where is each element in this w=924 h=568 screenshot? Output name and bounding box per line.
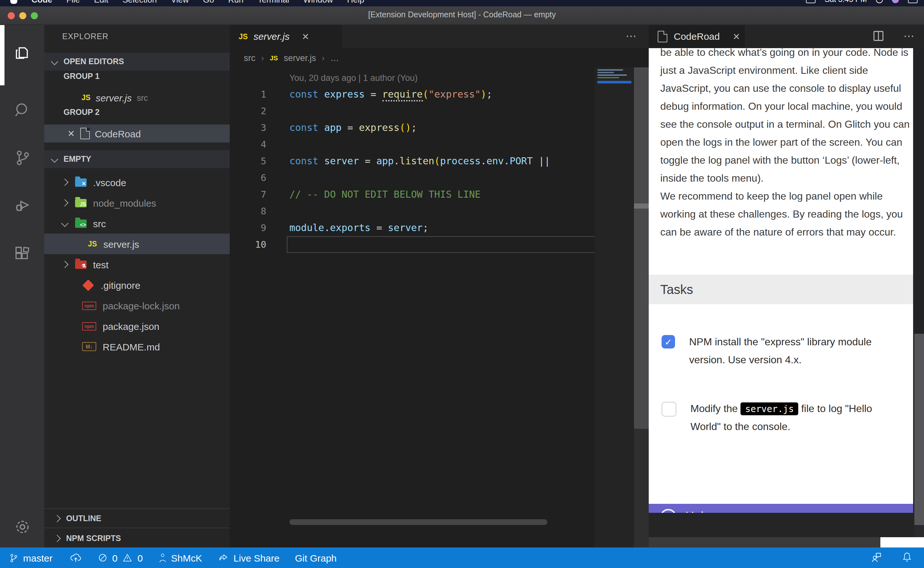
tab-coderoad[interactable]: CodeRoad ✕ xyxy=(649,24,745,48)
tree-item-package.json[interactable]: npmpackage.json xyxy=(44,316,230,336)
task-item: Modify the server.js file to log "Hello … xyxy=(662,400,901,436)
tree-item-src[interactable]: <>src xyxy=(44,213,230,234)
task-text: Modify the server.js file to log "Hello … xyxy=(690,400,901,436)
explorer-icon[interactable] xyxy=(0,30,44,76)
breadcrumb-src[interactable]: src xyxy=(244,53,255,63)
task-checkbox-checked[interactable]: ✓ xyxy=(662,335,675,349)
workspace-section-header[interactable]: EMPTY xyxy=(44,150,230,168)
line-number: 8 xyxy=(230,206,266,216)
menu-item-code[interactable]: Code xyxy=(32,0,52,5)
run-debug-icon[interactable] xyxy=(0,182,44,228)
publish-changes-icon[interactable] xyxy=(69,553,82,563)
tree-item-node_modules[interactable]: JSnode_modules xyxy=(44,193,230,213)
code-line-7[interactable]: 7// -- DO NOT EDIT BELOW THIS LINE xyxy=(230,186,595,203)
menu-item-help[interactable]: Help xyxy=(347,0,365,5)
line-number: 6 xyxy=(230,173,266,183)
task-checkbox-unchecked[interactable] xyxy=(662,402,676,417)
control-center-icon[interactable] xyxy=(908,0,918,3)
feedback-icon[interactable] xyxy=(870,551,882,565)
live-share-button[interactable]: Live Share xyxy=(217,552,279,563)
open-editor-item-coderoad[interactable]: ✕CodeRoad xyxy=(44,124,230,142)
code-text: const app = express(); xyxy=(266,122,417,133)
scrollbar-thumb[interactable] xyxy=(914,334,924,525)
line-number: 4 xyxy=(230,139,266,150)
coderoad-webview: be able to check what’s going on in your… xyxy=(649,48,913,513)
menu-item-selection[interactable]: Selection xyxy=(122,0,157,5)
search-icon[interactable] xyxy=(0,87,44,133)
menu-item-go[interactable]: Go xyxy=(203,0,214,5)
breadcrumb-symbol[interactable]: … xyxy=(330,53,339,63)
markdown-icon: M↓ xyxy=(82,342,96,351)
tree-item-server.js[interactable]: JSserver.js xyxy=(44,234,230,254)
editor-vertical-scrollbar[interactable] xyxy=(634,67,649,429)
minimap-column[interactable] xyxy=(595,67,634,547)
vscode-folder-icon: ✕ xyxy=(75,178,87,186)
open-editors-section-header[interactable]: OPEN EDITORS xyxy=(44,53,230,71)
tree-item-label: node_modules xyxy=(93,197,156,208)
close-editor-icon[interactable]: ✕ xyxy=(67,128,75,139)
code-line-10[interactable]: 10 xyxy=(230,236,595,253)
menu-item-run[interactable]: Run xyxy=(228,0,244,5)
notifications-bell-icon[interactable] xyxy=(901,551,912,565)
panel-bottom-corner xyxy=(880,537,924,547)
tree-item-test[interactable]: ⚗test xyxy=(44,254,230,275)
outline-section-header[interactable]: OUTLINE xyxy=(44,508,230,528)
source-control-icon[interactable] xyxy=(0,135,44,181)
tree-item-label: server.js xyxy=(103,239,139,249)
battery-icon[interactable] xyxy=(806,0,815,3)
code-line-1[interactable]: 1const express = require("express"); xyxy=(230,86,595,103)
panel-scrollbar[interactable] xyxy=(914,48,924,537)
menu-item-edit[interactable]: Edit xyxy=(94,0,109,5)
code-text: // -- DO NOT EDIT BELOW THIS LINE xyxy=(266,189,481,200)
code-line-2[interactable]: 2 xyxy=(230,103,595,119)
breadcrumb[interactable]: src › JS server.js › … xyxy=(244,48,339,67)
close-tab-icon[interactable]: ✕ xyxy=(733,31,740,41)
menu-clock[interactable]: Sat 3:45 PM xyxy=(825,0,867,4)
spotlight-icon[interactable] xyxy=(876,0,883,3)
code-line-6[interactable]: 6 xyxy=(230,169,595,186)
tree-item-readme.md[interactable]: M↓README.md xyxy=(44,336,230,357)
problems-status[interactable]: 0 0 xyxy=(98,552,143,563)
tree-item-label: package-lock.json xyxy=(102,300,180,311)
menu-item-terminal[interactable]: Terminal xyxy=(258,0,289,5)
settings-gear-icon[interactable] xyxy=(0,518,44,536)
code-editor[interactable]: You, 20 days ago | 1 author (You) 1const… xyxy=(230,69,595,253)
tree-item-label: package.json xyxy=(102,320,160,331)
minimap-current-line xyxy=(597,81,632,83)
help-bar[interactable]: ? Help xyxy=(649,504,913,513)
apple-logo-icon[interactable] xyxy=(10,0,17,3)
git-branch-status[interactable]: master xyxy=(9,552,53,563)
code-line-5[interactable]: 5const server = app.listen(process.env.P… xyxy=(230,153,595,169)
close-tab-icon[interactable]: ✕ xyxy=(301,31,309,41)
code-line-4[interactable]: 4 xyxy=(230,136,595,153)
vscode-window: CodeFileEditSelectionViewGoRunTerminalWi… xyxy=(0,0,924,568)
tree-item-.vscode[interactable]: ✕.vscode xyxy=(44,172,230,193)
extensions-icon[interactable] xyxy=(0,231,44,277)
git-graph-button[interactable]: Git Graph xyxy=(295,552,336,563)
panel-more-actions-icon[interactable]: ⋯ xyxy=(903,30,915,43)
window-title-bar[interactable]: [Extension Development Host] - CodeRoad … xyxy=(0,6,924,25)
code-line-9[interactable]: 9module.exports = server; xyxy=(230,219,595,236)
split-editor-icon[interactable] xyxy=(873,30,884,44)
menu-item-file[interactable]: File xyxy=(66,0,80,5)
menu-item-view[interactable]: View xyxy=(171,0,189,5)
code-line-8[interactable]: 8 xyxy=(230,203,595,219)
editor-more-actions-icon[interactable]: ⋯ xyxy=(626,30,637,43)
src-folder-icon: <> xyxy=(75,219,87,228)
menu-item-window[interactable]: Window xyxy=(303,0,333,5)
tree-item-package-lock.json[interactable]: npmpackage-lock.json xyxy=(44,295,230,316)
tree-item-.gitignore[interactable]: .gitignore xyxy=(44,275,230,295)
siri-icon[interactable] xyxy=(892,0,899,3)
breadcrumb-file[interactable]: server.js xyxy=(283,53,316,63)
liveshare-account[interactable]: ShMcK xyxy=(158,552,202,563)
chevron-right-icon xyxy=(54,515,61,523)
npm-scripts-section-header[interactable]: NPM SCRIPTS xyxy=(44,527,230,548)
tab-server-js[interactable]: JS server.js ✕ xyxy=(230,24,342,48)
editor-horizontal-scrollbar[interactable] xyxy=(289,519,547,525)
line-number: 9 xyxy=(230,223,266,233)
minimap[interactable] xyxy=(597,69,632,80)
scrollbar-thumb[interactable] xyxy=(634,204,649,208)
code-line-3[interactable]: 3const app = express(); xyxy=(230,119,595,136)
open-editor-item-server.js[interactable]: JSserver.jssrc xyxy=(44,89,230,107)
scrollbar-track-lower xyxy=(634,429,649,547)
